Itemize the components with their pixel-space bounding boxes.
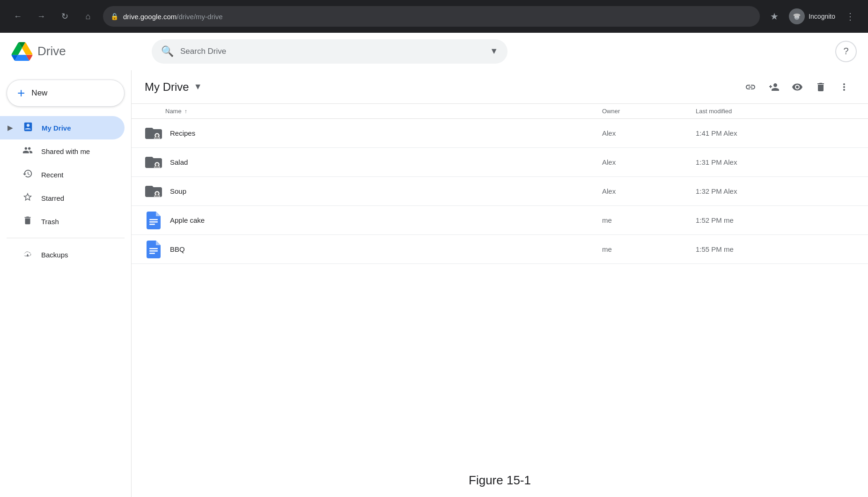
- url-text: drive.google.com/drive/my-drive: [123, 13, 752, 21]
- file-list-header: Name ↑ Owner Last modified: [132, 104, 868, 119]
- file-modified: 1:52 PM me: [696, 216, 855, 224]
- add-person-button[interactable]: [763, 76, 785, 98]
- sidebar-item-shared[interactable]: Shared with me: [0, 139, 125, 163]
- home-button[interactable]: ⌂: [80, 8, 96, 25]
- content-title: My Drive ▼: [145, 80, 202, 94]
- content-actions: [740, 76, 855, 98]
- sort-icon: ↑: [184, 108, 187, 115]
- sidebar-shared-label: Shared with me: [41, 147, 90, 155]
- expand-icon: ▶: [7, 124, 13, 132]
- file-name: Soup: [170, 187, 186, 195]
- search-icon: 🔍: [161, 45, 174, 58]
- file-modified: 1:55 PM me: [696, 245, 855, 253]
- link-button[interactable]: [740, 76, 761, 98]
- bookmark-icon[interactable]: ★: [766, 7, 782, 26]
- search-dropdown-icon[interactable]: ▼: [490, 46, 498, 56]
- sidebar-backups-label: Backups: [41, 251, 68, 259]
- file-owner: Alex: [602, 187, 696, 195]
- reload-button[interactable]: ↻: [56, 8, 73, 25]
- starred-icon: [22, 192, 34, 205]
- svg-point-1: [794, 14, 801, 16]
- content-title-text: My Drive: [145, 80, 189, 94]
- file-name: Salad: [170, 158, 188, 166]
- sidebar-divider-1: [7, 238, 125, 238]
- file-modified: 1:31 PM Alex: [696, 158, 855, 166]
- plus-icon: +: [17, 86, 25, 101]
- sidebar-recent-label: Recent: [41, 171, 64, 179]
- new-button[interactable]: + New: [7, 80, 125, 107]
- file-owner: me: [602, 245, 696, 253]
- table-row[interactable]: Recipes Alex 1:41 PM Alex: [132, 119, 868, 148]
- col-name[interactable]: Name ↑: [165, 108, 602, 115]
- file-icon: [145, 124, 162, 142]
- table-row[interactable]: Soup Alex 1:32 PM Alex: [132, 177, 868, 206]
- sidebar-item-recent[interactable]: Recent: [0, 163, 125, 186]
- help-button[interactable]: ?: [835, 41, 857, 62]
- svg-rect-14: [149, 224, 155, 225]
- search-bar[interactable]: 🔍 Search Drive ▼: [152, 39, 508, 64]
- backups-icon: [22, 248, 34, 261]
- file-name: Apple cake: [170, 216, 205, 224]
- svg-rect-13: [149, 221, 158, 223]
- more-actions-button[interactable]: [833, 76, 855, 98]
- incognito-area: Incognito: [789, 8, 835, 24]
- browser-more-icon[interactable]: ⋮: [842, 7, 859, 26]
- svg-point-4: [795, 17, 796, 18]
- file-owner: me: [602, 216, 696, 224]
- drive-logo-icon: [11, 42, 33, 61]
- file-icon: [145, 153, 162, 171]
- table-row[interactable]: Salad Alex 1:31 PM Alex: [132, 148, 868, 177]
- address-bar[interactable]: 🔒 drive.google.com/drive/my-drive: [103, 6, 760, 27]
- my-drive-icon: [22, 122, 34, 134]
- sidebar-item-my-drive[interactable]: ▶ My Drive: [0, 116, 125, 139]
- forward-button[interactable]: →: [33, 8, 50, 25]
- file-icon: [145, 183, 162, 200]
- delete-button[interactable]: [810, 76, 831, 98]
- file-modified: 1:41 PM Alex: [696, 129, 855, 137]
- svg-rect-15: [149, 248, 158, 249]
- trash-icon: [22, 215, 34, 228]
- file-owner: Alex: [602, 129, 696, 137]
- app-header: Drive 🔍 Search Drive ▼ ?: [0, 33, 868, 70]
- file-name-cell: Salad: [145, 153, 602, 171]
- title-dropdown-icon[interactable]: ▼: [194, 82, 202, 92]
- sidebar-item-backups[interactable]: Backups: [0, 243, 125, 266]
- new-button-label: New: [31, 88, 47, 98]
- file-name-cell: Recipes: [145, 124, 602, 142]
- header-right: ?: [835, 41, 857, 62]
- col-owner[interactable]: Owner: [602, 108, 696, 115]
- sidebar-my-drive-label: My Drive: [42, 124, 71, 132]
- search-input-placeholder: Search Drive: [180, 47, 483, 56]
- content-area: My Drive ▼: [131, 70, 868, 497]
- incognito-avatar: [789, 8, 805, 24]
- main-area: + New ▶ My Drive: [0, 70, 868, 497]
- lock-icon: 🔒: [110, 13, 118, 20]
- svg-rect-16: [149, 250, 158, 252]
- file-name-cell: Soup: [145, 183, 602, 200]
- figure-caption: Figure 15-1: [132, 459, 868, 497]
- file-name: Recipes: [170, 129, 195, 137]
- col-modified[interactable]: Last modified: [696, 108, 855, 115]
- table-row[interactable]: Apple cake me 1:52 PM me: [132, 206, 868, 235]
- sidebar-item-starred[interactable]: Starred: [0, 186, 125, 210]
- browser-chrome: ← → ↻ ⌂ 🔒 drive.google.com/drive/my-driv…: [0, 0, 868, 33]
- preview-button[interactable]: [787, 76, 808, 98]
- sidebar-item-trash[interactable]: Trash: [0, 210, 125, 233]
- sidebar-starred-label: Starred: [41, 194, 64, 202]
- content-header: My Drive ▼: [132, 70, 868, 104]
- file-name-cell: BBQ: [145, 241, 602, 258]
- sidebar: + New ▶ My Drive: [0, 70, 131, 497]
- back-button[interactable]: ←: [9, 8, 26, 25]
- svg-point-5: [798, 17, 799, 18]
- recent-icon: [22, 168, 34, 181]
- app-container: Drive 🔍 Search Drive ▼ ? + New ▶: [0, 33, 868, 497]
- file-icon: [145, 212, 162, 229]
- svg-rect-12: [149, 219, 158, 220]
- file-name-cell: Apple cake: [145, 212, 602, 229]
- sidebar-trash-label: Trash: [41, 218, 59, 226]
- file-list: Name ↑ Owner Last modified: [132, 104, 868, 459]
- table-row[interactable]: BBQ me 1:55 PM me: [132, 235, 868, 264]
- svg-rect-17: [149, 253, 155, 254]
- svg-point-7: [156, 134, 159, 137]
- logo-area: Drive: [11, 42, 142, 61]
